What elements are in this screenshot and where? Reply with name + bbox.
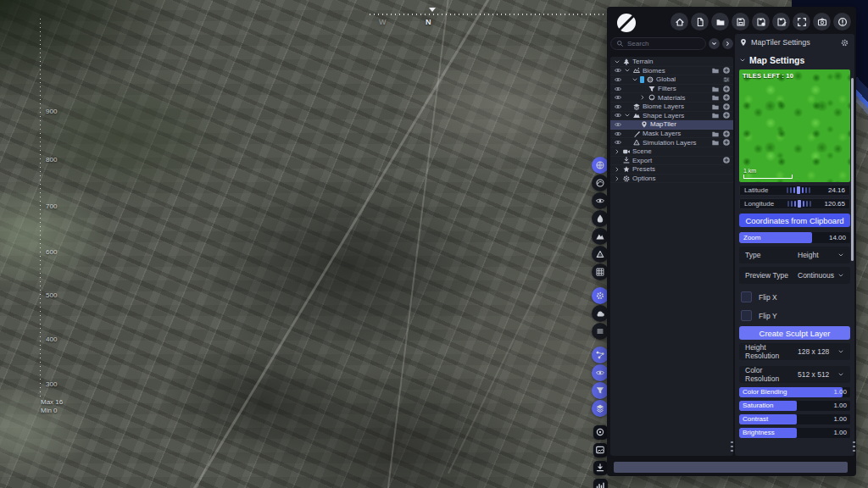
overlay-view-button[interactable] <box>592 192 609 209</box>
notifications-button[interactable] <box>833 13 851 30</box>
erosion-view-button[interactable] <box>592 246 609 263</box>
plus-icon[interactable] <box>722 138 731 147</box>
history-forward-button[interactable] <box>722 38 733 49</box>
tree-row-export[interactable]: Export <box>610 157 733 166</box>
height-resolution-dropdown[interactable]: Height Resolution 128 x 128 <box>739 343 850 360</box>
tree-row-options[interactable]: Options <box>610 175 733 184</box>
longitude-scrubber[interactable] <box>774 200 824 208</box>
expander-right-icon[interactable] <box>614 148 622 155</box>
map-settings-section-header[interactable]: Map Settings <box>739 51 850 69</box>
save-as-button[interactable] <box>752 13 770 30</box>
list-tool-button[interactable] <box>592 323 609 340</box>
flip-x-checkbox[interactable] <box>741 291 752 302</box>
tree-row-scene[interactable]: Scene <box>610 147 733 157</box>
folder-icon[interactable] <box>711 103 720 111</box>
brightness-slider[interactable]: Brightness1.00 <box>739 428 850 438</box>
folder-icon[interactable] <box>711 66 720 75</box>
flip-y-checkbox[interactable] <box>741 310 752 321</box>
screenshot-button[interactable] <box>813 13 831 30</box>
plus-icon[interactable] <box>722 111 731 119</box>
new-file-button[interactable] <box>691 13 709 30</box>
stats-tool-button[interactable] <box>593 479 608 488</box>
expander-right-icon[interactable] <box>614 166 622 173</box>
eye-icon[interactable] <box>614 85 624 93</box>
app-logo-icon[interactable] <box>615 11 638 35</box>
longitude-field[interactable]: Longitude 120.65 <box>739 198 850 209</box>
settings-scrollbar[interactable] <box>851 78 854 261</box>
tree-row-mask-layers[interactable]: Mask Layers <box>610 130 733 139</box>
layers-tool-button[interactable] <box>592 400 609 417</box>
tree-row-shape-layers[interactable]: Shape Layers <box>610 112 733 121</box>
eye-icon[interactable] <box>614 103 624 111</box>
latitude-scrubber[interactable] <box>768 186 828 194</box>
panel-gear-button[interactable] <box>839 37 850 48</box>
tree-row-filters[interactable]: Filters <box>610 85 733 94</box>
tree-row-terrain[interactable]: Terrain <box>610 58 733 67</box>
color-resolution-dropdown[interactable]: Color Resolution 512 x 512 <box>739 366 850 383</box>
folder-icon[interactable] <box>711 130 720 138</box>
tree-row-presets[interactable]: Presets <box>610 165 733 175</box>
eye-icon[interactable] <box>614 111 624 119</box>
dock-bottom-bar[interactable] <box>614 462 848 473</box>
expander-right-icon[interactable] <box>614 175 622 182</box>
nodes-tool-button[interactable] <box>592 347 609 363</box>
mountain-view-button[interactable] <box>592 228 609 245</box>
tree-row-biome-layers[interactable]: Biome Layers <box>610 103 733 112</box>
grid-view-button[interactable] <box>592 263 609 280</box>
filter-tool-button[interactable] <box>592 382 609 399</box>
contrast-slider[interactable]: Contrast1.00 <box>739 414 850 424</box>
expander-down-icon[interactable] <box>624 67 632 74</box>
plus-icon[interactable] <box>722 93 731 102</box>
plus-icon[interactable] <box>722 66 731 75</box>
sliders-icon[interactable] <box>722 75 731 84</box>
latitude-field[interactable]: Latitude 24.16 <box>739 185 850 196</box>
type-dropdown[interactable]: Type Height <box>739 247 850 263</box>
color-blending-slider[interactable]: Color Blending1.00 <box>739 387 850 397</box>
open-project-button[interactable] <box>711 13 729 30</box>
saturation-slider[interactable]: Saturation1.00 <box>739 401 850 411</box>
expander-down-icon[interactable] <box>614 58 622 65</box>
coordinates-from-clipboard-button[interactable]: Coordinates from Clipboard <box>739 214 850 227</box>
save-version-button[interactable] <box>772 13 790 30</box>
globe-view-button[interactable] <box>592 157 609 174</box>
expander-down-icon[interactable] <box>624 112 632 119</box>
eye-icon[interactable] <box>614 138 624 147</box>
fullscreen-button[interactable] <box>793 13 810 30</box>
expander-right-icon[interactable] <box>639 94 648 101</box>
eye-icon[interactable] <box>614 75 624 84</box>
shaded-view-button[interactable] <box>592 175 609 191</box>
history-back-button[interactable] <box>709 38 720 49</box>
folder-icon[interactable] <box>711 111 720 119</box>
cloud-tool-button[interactable] <box>592 305 609 322</box>
eye-icon[interactable] <box>614 66 624 75</box>
eye-icon[interactable] <box>614 93 624 102</box>
home-button[interactable] <box>670 13 688 30</box>
visibility-tool-button[interactable] <box>592 364 609 381</box>
folder-icon[interactable] <box>711 138 720 147</box>
tree-row-maptiler[interactable]: MapTiler <box>610 120 733 130</box>
panel-resize-grip[interactable] <box>731 441 733 454</box>
tree-row-biomes[interactable]: Biomes <box>610 67 733 76</box>
plus-icon[interactable] <box>722 156 731 164</box>
water-view-button[interactable] <box>592 210 609 227</box>
zoom-slider[interactable]: Zoom 14.00 <box>739 232 850 243</box>
color-swatch[interactable] <box>640 76 644 83</box>
preview-type-dropdown[interactable]: Preview Type Continuous <box>739 267 850 284</box>
folder-icon[interactable] <box>711 93 720 102</box>
download-tool-button[interactable] <box>593 461 608 475</box>
settings-tool-button[interactable] <box>592 287 609 304</box>
image-tool-button[interactable] <box>593 443 608 458</box>
tree-row-simulation-layers[interactable]: Simulation Layers <box>610 138 733 147</box>
tile-preview[interactable]: TILES LEFT : 10 1 km <box>739 69 850 182</box>
plus-icon[interactable] <box>722 85 731 93</box>
create-sculpt-layer-button[interactable]: Create Sculpt Layer <box>739 326 850 340</box>
tree-row-global[interactable]: Global <box>610 75 733 85</box>
plus-icon[interactable] <box>722 130 731 138</box>
eye-icon[interactable] <box>614 130 624 138</box>
search-input[interactable]: Search <box>610 37 706 50</box>
panel-resize-grip[interactable] <box>853 441 855 454</box>
save-button[interactable] <box>732 13 749 30</box>
expander-down-icon[interactable] <box>632 76 640 83</box>
tree-row-materials[interactable]: Materials <box>610 93 733 103</box>
plus-icon[interactable] <box>722 103 731 111</box>
